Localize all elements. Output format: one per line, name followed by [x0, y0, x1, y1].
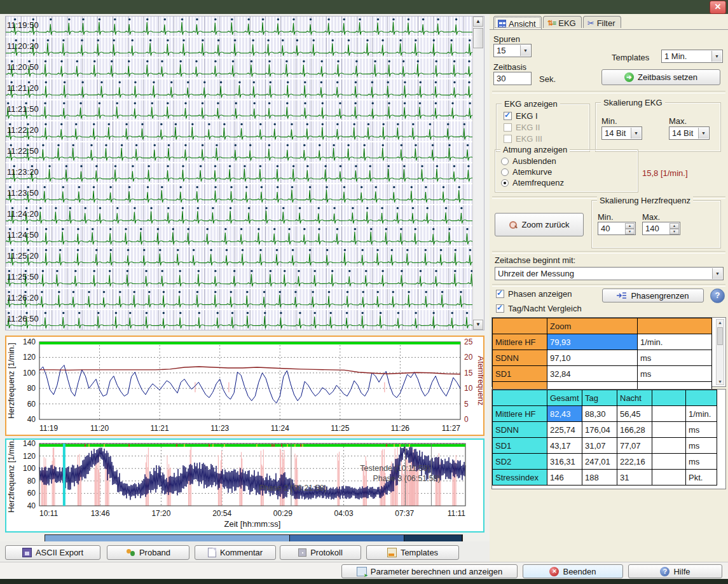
- ecg-strip[interactable]: 11:20:50: [6, 58, 473, 78]
- ecg-strip[interactable]: 11:21:50: [6, 100, 473, 120]
- atemkurve-label: Atemkurve: [512, 167, 552, 177]
- zoom-zurueck-button[interactable]: Zoom zurück: [495, 213, 584, 236]
- skalierung-ekg-title: Skalierung EKG: [601, 98, 665, 107]
- ecg-strip[interactable]: 11:25:50: [6, 268, 473, 288]
- table-row[interactable]: Stressindex 146 188 31 Pkt.: [493, 470, 717, 486]
- spin-down-icon[interactable]: ▼: [670, 229, 679, 234]
- gesamt-stats-table[interactable]: Gesamt Tag Nacht Mittlere HF 82,43 88,30…: [492, 390, 717, 486]
- scrollbar-thumb[interactable]: [473, 28, 483, 48]
- spin-down-icon[interactable]: ▼: [625, 229, 635, 234]
- spin-up-icon[interactable]: ▲: [670, 223, 679, 229]
- heart-rate-overview-plot[interactable]: 40608010012014010:1113:4617:2020:5400:29…: [6, 440, 483, 531]
- table-header-row: Zoom: [493, 318, 712, 334]
- table-row[interactable]: SD1 43,17 31,07 77,07 ms: [493, 438, 717, 454]
- gesamt-stats-table-container[interactable]: Gesamt Tag Nacht Mittlere HF 82,43 88,30…: [491, 389, 726, 489]
- scrollbar-thumb[interactable]: [717, 327, 723, 345]
- ecg-strip[interactable]: 11:20:20: [6, 37, 473, 57]
- checkbox-icon[interactable]: [504, 135, 512, 143]
- ekg-max-dropdown[interactable]: 14 Bit ▼: [669, 126, 710, 140]
- checkbox-checked-icon[interactable]: [496, 304, 504, 313]
- scroll-up-icon[interactable]: ▲: [717, 320, 724, 325]
- svg-text:60: 60: [27, 400, 36, 409]
- tab-ansicht[interactable]: Ansicht: [493, 16, 542, 29]
- table-row[interactable]: Mittlere HF 79,93 1/min.: [493, 334, 712, 350]
- ecg-strip[interactable]: 11:22:20: [6, 121, 473, 141]
- radio-selected-icon[interactable]: [501, 179, 509, 187]
- ascii-export-button[interactable]: ASCII Export: [5, 545, 100, 560]
- atmung-atemfrequenz-radio[interactable]: Atemfrequenz: [501, 178, 564, 187]
- phase-annotation: Phase 3 (06:51:58): [373, 474, 440, 483]
- ecg-strip[interactable]: 11:23:20: [6, 163, 473, 183]
- ecg-strip[interactable]: 11:22:50: [6, 142, 473, 162]
- atmung-ausblenden-radio[interactable]: Ausblenden: [501, 156, 556, 166]
- spuren-dropdown[interactable]: 15 ▼: [493, 44, 532, 57]
- table-row[interactable]: SDNN 225,74 176,04 166,28 ms: [493, 422, 717, 438]
- table-header-row: Gesamt Tag Nacht: [493, 390, 717, 406]
- tab-ekg[interactable]: ⇅≡ EKG: [543, 16, 582, 28]
- heart-rate-overview-chart[interactable]: 40608010012014010:1113:4617:2020:5400:29…: [5, 438, 484, 533]
- radio-icon[interactable]: [501, 168, 509, 176]
- phasengrenzen-button[interactable]: Phasengrenzen: [602, 289, 704, 302]
- phase-annotation: Phase 2 (00:21:58): [259, 484, 326, 492]
- parameter-berechnen-button[interactable]: Parameter berechnen und anzeigen: [341, 564, 518, 578]
- beenden-button[interactable]: ✕ Beenden: [523, 564, 623, 578]
- ecg-strip[interactable]: 11:24:50: [6, 226, 473, 246]
- kommentar-button[interactable]: Kommentar: [195, 545, 276, 560]
- zeitachse-dropdown[interactable]: Uhrzeit der Messung ▼: [495, 267, 724, 280]
- ekg1-checkbox[interactable]: EKG I: [504, 111, 538, 121]
- tab-filter[interactable]: ✂ Filter: [583, 16, 621, 28]
- ecg-strip[interactable]: 11:21:20: [6, 79, 473, 99]
- hf-max-spinner[interactable]: 140 ▲▼: [642, 222, 680, 235]
- atmung-atemkurve-radio[interactable]: Atemkurve: [501, 167, 552, 177]
- ecg-strip[interactable]: 11:25:20: [6, 247, 473, 267]
- ecg-strip[interactable]: 11:24:20: [6, 205, 473, 225]
- zoom-stats-table[interactable]: Zoom Mittlere HF 79,93 1/min. SDNN 97,10…: [492, 318, 712, 398]
- ecg-strip[interactable]: 11:26:50: [6, 310, 473, 330]
- zeitbasis-input[interactable]: 30: [493, 72, 532, 85]
- table-row[interactable]: SDNN 97,10 ms: [493, 350, 712, 366]
- table-row[interactable]: SD2 316,31 247,01 222,16 ms: [493, 454, 717, 470]
- spin-up-icon[interactable]: ▲: [625, 223, 635, 229]
- tag-nacht-checkbox[interactable]: Tag/Nacht Vergleich: [496, 304, 582, 313]
- protokoll-button[interactable]: Protokoll: [280, 545, 361, 560]
- zoom-zurueck-label: Zoom zurück: [521, 220, 569, 229]
- ekg-min-value: 14 Bit: [605, 128, 626, 138]
- table-scrollbar[interactable]: ▲ ▼: [716, 319, 724, 385]
- ekg-min-dropdown[interactable]: 14 Bit ▼: [601, 126, 642, 140]
- templates-button[interactable]: Templates: [366, 545, 459, 560]
- help-icon[interactable]: ?: [710, 289, 725, 303]
- tab-filter-label: Filter: [597, 18, 615, 28]
- ekg2-label: EKG II: [516, 123, 540, 132]
- svg-text:100: 100: [23, 464, 36, 473]
- ekg2-checkbox[interactable]: EKG II: [504, 123, 540, 132]
- checkbox-checked-icon[interactable]: [504, 112, 512, 120]
- checkbox-icon[interactable]: [504, 123, 512, 132]
- ecg-strip[interactable]: 11:19:50: [6, 17, 473, 36]
- svg-text:5: 5: [464, 400, 469, 409]
- radio-icon[interactable]: [501, 158, 509, 165]
- ecg-strip-panel[interactable]: 11:19:5011:20:2011:20:5011:21:2011:21:50…: [5, 16, 484, 330]
- heart-rate-zoom-chart[interactable]: 406080100120140051015202511:1911:2011:21…: [5, 336, 484, 436]
- scroll-down-icon[interactable]: ▼: [717, 379, 724, 384]
- ecg-strip[interactable]: 11:23:50: [6, 184, 473, 204]
- ecg-strip[interactable]: 11:26:20: [6, 289, 473, 309]
- ecg-strip-list[interactable]: 11:19:5011:20:2011:20:5011:21:2011:21:50…: [6, 17, 473, 330]
- scroll-down-icon[interactable]: ▼: [473, 320, 483, 330]
- phasen-anzeigen-checkbox[interactable]: Phasen anzeigen: [496, 289, 572, 299]
- svg-text:60: 60: [27, 489, 36, 498]
- zoom-stats-table-container[interactable]: Zoom Mittlere HF 79,93 1/min. SDNN 97,10…: [491, 317, 726, 387]
- checkbox-checked-icon[interactable]: [496, 290, 504, 298]
- table-row[interactable]: SD1 32,84 ms: [493, 366, 712, 382]
- ecg-vertical-scrollbar[interactable]: ▲ ▼: [472, 17, 484, 330]
- scroll-up-icon[interactable]: ▲: [473, 17, 483, 27]
- window-close-icon[interactable]: ✕: [710, 1, 726, 14]
- zeitbasis-setzen-button[interactable]: ➔ Zeitbasis setzen: [601, 69, 720, 85]
- hilfe-button[interactable]: ? Hilfe: [628, 564, 722, 578]
- proband-button[interactable]: Proband: [107, 545, 189, 560]
- ascii-export-label: ASCII Export: [36, 548, 83, 557]
- templates-dropdown[interactable]: 1 Min. ▼: [661, 50, 723, 63]
- table-row[interactable]: Mittlere HF 82,43 88,30 56,45 1/min.: [493, 406, 717, 422]
- hf-min-spinner[interactable]: 40 ▲▼: [598, 222, 636, 235]
- ekg3-checkbox[interactable]: EKG III: [504, 134, 542, 144]
- heart-rate-zoom-plot[interactable]: 406080100120140051015202511:1911:2011:21…: [6, 337, 483, 435]
